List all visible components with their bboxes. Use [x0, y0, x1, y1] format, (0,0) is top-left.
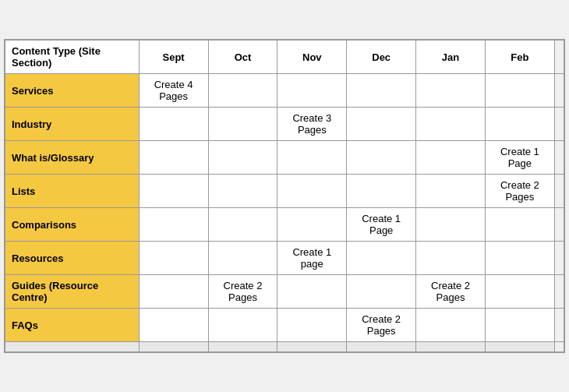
cell-7-4 [416, 309, 486, 342]
row-label-3: Lists [5, 175, 140, 208]
cell-1-5 [485, 108, 554, 141]
cell-4-4 [416, 208, 486, 242]
cell-7-2 [277, 309, 347, 342]
cell-1-1 [208, 108, 277, 141]
cell-6-4: Create 2 Pages [416, 275, 486, 309]
cell-5-1 [208, 242, 277, 275]
cell-2-1 [208, 141, 277, 175]
cell-6-1: Create 2 Pages [208, 275, 277, 309]
cell-2-0 [139, 141, 208, 175]
cell-3-4 [416, 175, 486, 208]
cell-0-2 [277, 74, 347, 108]
cell-2-4 [416, 141, 486, 175]
cell-4-0 [139, 208, 208, 242]
cell-4-2 [277, 208, 347, 242]
cell-7-3: Create 2 Pages [347, 309, 416, 342]
scrollbar-cell-1 [554, 108, 564, 141]
row-label-0: Services [5, 74, 140, 108]
content-calendar-table: Content Type (Site Section) Sept Oct Nov… [4, 39, 565, 353]
scrollbar-cell-0 [554, 74, 564, 108]
cell-8-3 [347, 342, 416, 352]
cell-5-5 [485, 242, 554, 275]
scrollbar-area [554, 41, 564, 74]
row-label-5: Resources [5, 242, 140, 275]
row-label-8 [5, 342, 140, 352]
cell-1-2: Create 3 Pages [277, 108, 347, 141]
row-label-1: Industry [5, 108, 140, 141]
cell-1-0 [139, 108, 208, 141]
cell-8-4 [416, 342, 486, 352]
cell-6-5 [485, 275, 554, 309]
row-label-2: What is/Glossary [5, 141, 140, 175]
cell-2-5: Create 1 Page [485, 141, 554, 175]
cell-2-2 [277, 141, 347, 175]
cell-8-1 [208, 342, 277, 352]
cell-0-3 [347, 74, 416, 108]
scrollbar-cell-2 [554, 141, 564, 175]
cell-1-4 [416, 108, 486, 141]
column-header-sept: Sept [139, 41, 208, 74]
cell-6-0 [139, 275, 208, 309]
scrollbar-cell-8 [554, 342, 564, 352]
column-header-oct: Oct [208, 41, 277, 74]
cell-7-0 [139, 309, 208, 342]
cell-4-1 [208, 208, 277, 242]
cell-8-0 [139, 342, 208, 352]
row-label-4: Comparisons [5, 208, 140, 242]
cell-2-3 [347, 141, 416, 175]
cell-8-2 [277, 342, 347, 352]
cell-5-0 [139, 242, 208, 275]
cell-3-0 [139, 175, 208, 208]
cell-0-0: Create 4 Pages [139, 74, 208, 108]
cell-7-5 [485, 309, 554, 342]
cell-3-3 [347, 175, 416, 208]
scrollbar-cell-4 [554, 208, 564, 242]
column-header-dec: Dec [347, 41, 416, 74]
cell-0-1 [208, 74, 277, 108]
row-label-6: Guides (Resource Centre) [5, 275, 140, 309]
cell-0-4 [416, 74, 486, 108]
column-header-nov: Nov [277, 41, 347, 74]
column-header-label: Content Type (Site Section) [5, 41, 140, 74]
cell-8-5 [485, 342, 554, 352]
scrollbar-cell-5 [554, 242, 564, 275]
cell-4-3: Create 1 Page [347, 208, 416, 242]
column-header-feb: Feb [485, 41, 554, 74]
row-label-7: FAQs [5, 309, 140, 342]
cell-3-5: Create 2 Pages [485, 175, 554, 208]
cell-5-3 [347, 242, 416, 275]
scrollbar-cell-7 [554, 309, 564, 342]
cell-1-3 [347, 108, 416, 141]
column-header-jan: Jan [416, 41, 486, 74]
cell-3-2 [277, 175, 347, 208]
cell-6-2 [277, 275, 347, 309]
cell-5-4 [416, 242, 486, 275]
scrollbar-cell-6 [554, 275, 564, 309]
scrollbar-cell-3 [554, 175, 564, 208]
cell-0-5 [485, 74, 554, 108]
cell-6-3 [347, 275, 416, 309]
cell-5-2: Create 1 page [277, 242, 347, 275]
cell-4-5 [485, 208, 554, 242]
cell-7-1 [208, 309, 277, 342]
cell-3-1 [208, 175, 277, 208]
